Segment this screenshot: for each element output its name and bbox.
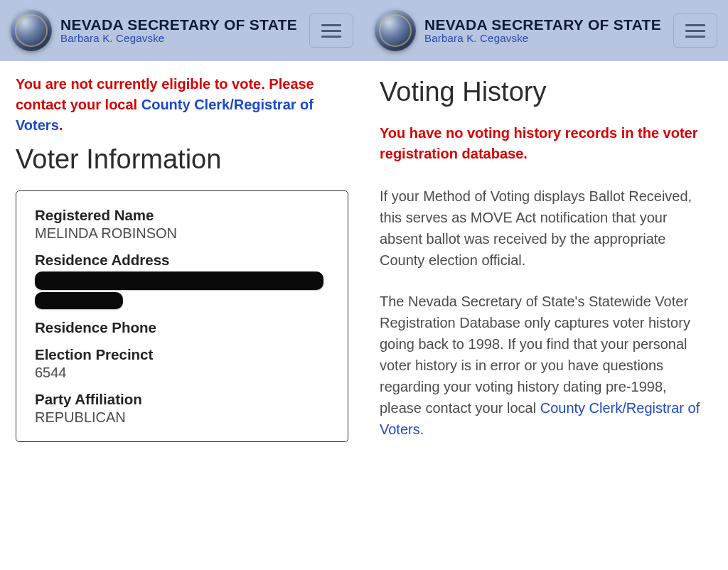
menu-button[interactable] [673, 14, 717, 48]
header-title-block: NEVADA SECRETARY OF STATE Barbara K. Ceg… [60, 17, 301, 44]
para2-prefix: The Nevada Secretary of State's Statewid… [380, 294, 690, 416]
residence-address-label: Residence Address [35, 252, 329, 269]
eligibility-alert: You are not currently eligible to vote. … [16, 74, 348, 136]
registered-name-value: MELINDA ROBINSON [35, 225, 329, 242]
registered-name-field: Registered Name MELINDA ROBINSON [35, 207, 329, 242]
voter-info-heading: Voter Information [16, 144, 348, 175]
no-history-alert: You have no voting history records in th… [380, 123, 712, 164]
state-seal-icon [375, 10, 416, 51]
voter-info-card: Registered Name MELINDA ROBINSON Residen… [16, 190, 348, 442]
site-subtitle: Barbara K. Cegavske [424, 33, 665, 44]
header-title-block: NEVADA SECRETARY OF STATE Barbara K. Ceg… [424, 17, 665, 44]
site-title: NEVADA SECRETARY OF STATE [60, 17, 301, 33]
voting-history-heading: Voting History [380, 77, 712, 107]
header: NEVADA SECRETARY OF STATE Barbara K. Ceg… [364, 0, 728, 61]
right-content: Voting History You have no voting histor… [364, 61, 728, 570]
residence-address-field: Residence Address [35, 252, 329, 309]
state-seal-icon [11, 10, 52, 51]
party-affiliation-label: Party Affiliation [35, 391, 329, 408]
hamburger-icon [321, 24, 341, 26]
election-precinct-label: Election Precinct [35, 346, 329, 363]
election-precinct-value: 6544 [35, 365, 329, 381]
site-subtitle: Barbara K. Cegavske [60, 33, 301, 44]
left-content: You are not currently eligible to vote. … [0, 61, 364, 570]
residence-phone-label: Residence Phone [35, 319, 329, 336]
election-precinct-field: Election Precinct 6544 [35, 346, 329, 381]
alert-suffix: . [59, 117, 63, 133]
move-act-paragraph: If your Method of Voting displays Ballot… [380, 185, 712, 271]
right-pane: NEVADA SECRETARY OF STATE Barbara K. Ceg… [364, 0, 728, 570]
party-affiliation-value: REPUBLICAN [35, 409, 329, 426]
hamburger-icon [685, 24, 705, 26]
redacted-address [35, 271, 329, 309]
para2-suffix: . [420, 421, 424, 437]
left-pane: NEVADA SECRETARY OF STATE Barbara K. Ceg… [0, 0, 364, 570]
residence-phone-field: Residence Phone [35, 319, 329, 336]
registered-name-label: Registered Name [35, 207, 329, 224]
header: NEVADA SECRETARY OF STATE Barbara K. Ceg… [0, 0, 364, 61]
site-title: NEVADA SECRETARY OF STATE [424, 17, 665, 33]
menu-button[interactable] [309, 14, 353, 48]
party-affiliation-field: Party Affiliation REPUBLICAN [35, 391, 329, 426]
history-limitation-paragraph: The Nevada Secretary of State's Statewid… [380, 291, 712, 440]
